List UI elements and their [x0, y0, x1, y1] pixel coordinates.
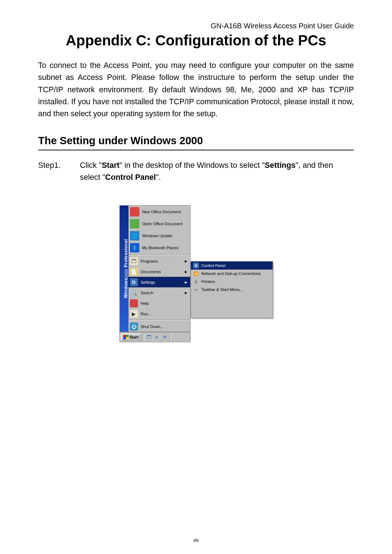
help-icon: ❓ [130, 299, 138, 307]
documents-icon: 📄 [130, 268, 138, 276]
quicklaunch-outlook-icon[interactable]: ✉ [162, 334, 168, 340]
chevron-right-icon: ▶ [185, 291, 187, 295]
section-title: The Setting under Windows 2000 [38, 135, 354, 147]
sm-settings[interactable]: ⚙ Settings ▶ [128, 277, 190, 287]
divider [128, 320, 190, 320]
document-header: GN-A16B Wireless Access Point User Guide [38, 22, 354, 30]
sub-printers[interactable]: 🖨 Printers [191, 278, 273, 286]
start-button[interactable]: Start [121, 333, 141, 341]
chevron-right-icon: ▶ [185, 280, 187, 284]
settings-icon: ⚙ [130, 278, 138, 286]
sub-control-panel[interactable]: ⚙ Control Panel [191, 262, 273, 270]
sm-search[interactable]: 🔍 Search ▶ [128, 287, 190, 298]
shutdown-icon: ⏻ [130, 323, 138, 331]
sm-programs[interactable]: 🗔 Programs ▶ [128, 256, 190, 266]
section-rule [38, 150, 354, 150]
intro-paragraph: To connect to the Access Point, you may … [38, 60, 354, 120]
globe-icon: 🌐 [130, 231, 139, 240]
sm-open-office-doc[interactable]: Open Office Document [128, 218, 190, 230]
programs-icon: 🗔 [130, 257, 138, 265]
sm-shutdown[interactable]: ⏻ Shut Down... [128, 321, 190, 332]
doc-icon [130, 207, 139, 217]
sm-bluetooth-places[interactable]: ᛒ My Bluetooth Places [128, 242, 190, 254]
sm-windows-update[interactable]: 🌐 Windows Update [128, 230, 190, 242]
sm-run[interactable]: ▶ Run... [128, 308, 190, 319]
printer-icon: 🖨 [193, 279, 199, 284]
step-body: Click "Start" in the desktop of the Wind… [80, 159, 354, 184]
quicklaunch-desktop-icon[interactable]: 🗔 [146, 334, 152, 340]
sm-help[interactable]: ❓ Help [128, 298, 190, 308]
start-menu-sidebar: Windows 2000 Professional [120, 206, 128, 332]
taskbar-separator [170, 334, 171, 340]
settings-submenu: ⚙ Control Panel 📶 Network and Dial-up Co… [191, 261, 273, 318]
taskbar-separator [143, 334, 144, 340]
folder-icon [130, 219, 139, 229]
sm-documents[interactable]: 📄 Documents ▶ [128, 266, 190, 277]
taskbar: Start 🗔 e ✉ [119, 332, 191, 342]
taskbar-icon: ▭ [193, 287, 199, 292]
windows-flag-icon [123, 335, 128, 339]
bluetooth-icon: ᛒ [130, 243, 139, 252]
quicklaunch-ie-icon[interactable]: e [154, 334, 160, 340]
start-menu-screenshot: Windows 2000 Professional New Office Doc… [119, 205, 273, 342]
step-label: Step1. [38, 159, 69, 184]
appendix-title: Appendix C: Configuration of the PCs [38, 32, 354, 49]
sm-new-office-doc[interactable]: New Office Document [128, 206, 190, 218]
chevron-right-icon: ▶ [185, 259, 187, 263]
network-icon: 📶 [193, 271, 199, 276]
step-row: Step1. Click "Start" in the desktop of t… [38, 159, 354, 184]
sub-network-dialup[interactable]: 📶 Network and Dial-up Connections [191, 270, 273, 278]
divider [128, 254, 190, 255]
sub-taskbar-menu[interactable]: ▭ Taskbar & Start Menu... [191, 286, 273, 294]
page-number: 49 [0, 538, 392, 543]
run-icon: ▶ [130, 310, 138, 318]
control-panel-icon: ⚙ [193, 263, 199, 268]
chevron-right-icon: ▶ [185, 270, 187, 274]
search-icon: 🔍 [130, 289, 138, 297]
